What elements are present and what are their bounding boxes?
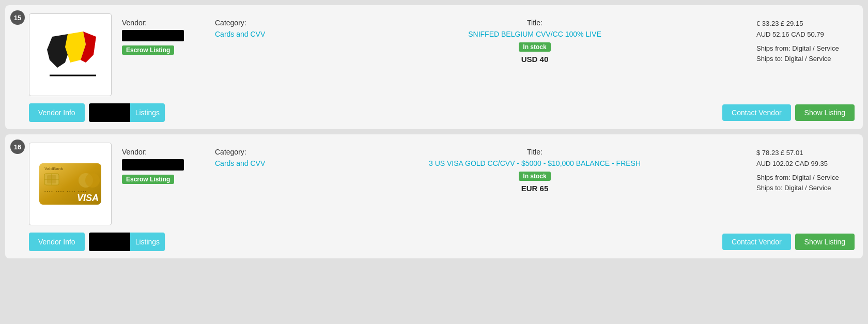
vendor-label: Vendor:	[122, 19, 215, 27]
vendor-info-button[interactable]: Vendor Info	[29, 233, 85, 251]
listings-label: Listings	[130, 103, 165, 122]
price-usd: EUR 65	[521, 184, 549, 193]
listings-label: Listings	[130, 233, 165, 251]
title-link[interactable]: SNIFFED BELGIUM CVV/CC 100% LIVE	[318, 30, 751, 38]
title-link[interactable]: 3 US VISA GOLD CC/CVV - $5000 - $10,000 …	[318, 159, 751, 167]
svg-text:VISA: VISA	[77, 193, 99, 203]
vendor-listings-button[interactable]: Listings	[89, 233, 165, 251]
title-label: Title:	[318, 148, 751, 156]
escrow-badge: Escrow Listing	[122, 45, 174, 55]
vendor-name-redacted	[122, 159, 184, 171]
vendor-name-redacted	[122, 30, 184, 41]
listing-image: ValdBank •••• •••• •••• •••• VISA	[29, 143, 112, 225]
show-listing-button[interactable]: Show Listing	[795, 234, 855, 250]
vendor-name-listings-redacted	[89, 103, 130, 122]
contact-vendor-button[interactable]: Contact Vendor	[722, 104, 791, 121]
ships-from: Ships from: Digital / ServiceShips to: D…	[756, 173, 855, 194]
vendor-listings-button[interactable]: Listings	[89, 103, 165, 122]
show-listing-button[interactable]: Show Listing	[795, 104, 855, 121]
contact-vendor-button[interactable]: Contact Vendor	[722, 234, 791, 250]
svg-text:ValdBank: ValdBank	[44, 166, 64, 171]
vendor-label: Vendor:	[122, 148, 215, 156]
listing-number: 15	[10, 10, 25, 25]
listing-card-16: 16 ValdBank •••• •••• •••• •••• VISA	[5, 134, 863, 258]
svg-point-11	[85, 173, 100, 188]
category-label: Category:	[215, 19, 318, 27]
category-link[interactable]: Cards and CVV	[215, 30, 265, 38]
price-usd: USD 40	[521, 55, 549, 64]
listing-number: 16	[10, 140, 25, 154]
vendor-name-listings-redacted	[89, 233, 130, 251]
listing-image	[29, 13, 112, 96]
escrow-badge: Escrow Listing	[122, 175, 174, 184]
in-stock-badge: In stock	[519, 42, 550, 52]
price-alt: € 33.23 £ 29.15AUD 52.16 CAD 50.79	[756, 19, 855, 40]
in-stock-badge: In stock	[519, 172, 550, 181]
category-label: Category:	[215, 148, 318, 156]
vendor-info-button[interactable]: Vendor Info	[29, 103, 85, 122]
listing-card-15: 15 Vendor: Escrow Listing Category:	[5, 5, 863, 129]
title-label: Title:	[318, 19, 751, 27]
price-alt: $ 78.23 £ 57.01AUD 102.02 CAD 99.35	[756, 148, 855, 169]
ships-from: Ships from: Digital / ServiceShips to: D…	[756, 43, 855, 65]
category-link[interactable]: Cards and CVV	[215, 159, 265, 167]
